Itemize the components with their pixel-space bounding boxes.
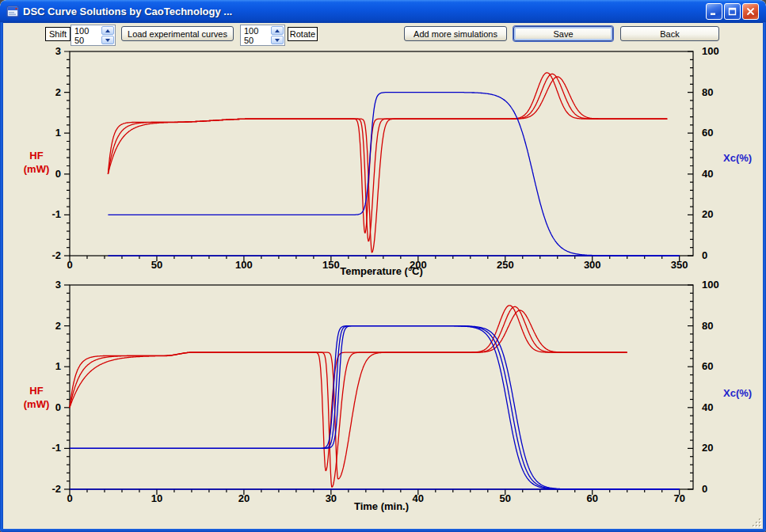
svg-text:3: 3 (55, 279, 61, 291)
shift-spinner-up-button[interactable] (101, 26, 114, 35)
rotate-spinner-up-button[interactable] (271, 26, 284, 35)
add-more-simulations-button[interactable]: Add more simulations (404, 26, 507, 41)
axis-ticks (64, 51, 693, 261)
svg-text:0: 0 (55, 168, 61, 180)
caption-buttons (706, 3, 759, 20)
app-icon (6, 6, 19, 18)
rotate-button-label: Rotate (290, 29, 315, 39)
svg-text:-2: -2 (51, 483, 61, 495)
axis-labels: 010203040506070-2-10123020406080100Time … (24, 279, 752, 512)
shift-amount-spinner: 100 50 (71, 25, 116, 46)
time-chart: 010203040506070-2-10123020406080100Time … (0, 279, 766, 529)
series-curves (70, 306, 680, 489)
save-button[interactable]: Save (513, 26, 613, 41)
minimize-button[interactable] (706, 3, 722, 20)
shift-spinner-values[interactable]: 100 50 (71, 25, 101, 45)
shift-spinner-value-bottom: 50 (74, 36, 101, 45)
rotate-amount-spinner: 100 50 (240, 25, 285, 46)
rotate-spinner-value-bottom: 50 (244, 36, 270, 45)
svg-text:HF: HF (29, 150, 43, 162)
svg-text:2: 2 (55, 320, 61, 332)
svg-text:HF: HF (29, 385, 43, 397)
svg-text:0: 0 (702, 249, 707, 261)
back-button-label: Back (660, 29, 679, 39)
svg-text:80: 80 (702, 320, 713, 332)
rotate-spinner-down-button[interactable] (271, 36, 284, 44)
load-experimental-curves-button[interactable]: Load experimental curves (121, 26, 234, 41)
arrow-down-icon (105, 39, 110, 42)
close-button[interactable] (742, 3, 759, 20)
shift-spinner-value-top: 100 (74, 26, 101, 36)
rotate-spinner-arrows (270, 25, 284, 45)
svg-text:40: 40 (702, 401, 713, 413)
svg-text:350: 350 (671, 259, 688, 271)
svg-text:40: 40 (413, 492, 424, 504)
svg-text:1: 1 (55, 127, 61, 139)
svg-text:20: 20 (702, 442, 713, 454)
svg-text:60: 60 (586, 492, 597, 504)
axis-ticks (64, 285, 693, 495)
maximize-icon (728, 7, 737, 16)
svg-text:70: 70 (673, 492, 684, 504)
shift-button[interactable]: Shift (45, 27, 71, 41)
svg-text:0: 0 (55, 401, 61, 413)
rotate-spinner-value-top: 100 (244, 26, 270, 36)
resize-grip[interactable] (751, 517, 761, 527)
back-button[interactable]: Back (620, 26, 719, 41)
svg-text:40: 40 (702, 168, 713, 180)
svg-text:100: 100 (235, 259, 253, 271)
svg-text:-2: -2 (51, 249, 61, 261)
arrow-up-icon (275, 29, 280, 32)
svg-text:(mW): (mW) (24, 163, 50, 175)
minimize-icon (710, 7, 718, 16)
svg-text:20: 20 (238, 492, 250, 504)
load-button-label: Load experimental curves (128, 29, 227, 39)
svg-text:(mW): (mW) (24, 398, 50, 410)
svg-text:150: 150 (322, 259, 340, 271)
plot-frame (70, 285, 693, 489)
window-border-bottom (0, 529, 766, 532)
svg-text:300: 300 (584, 259, 601, 271)
rotate-button[interactable]: Rotate (288, 27, 318, 41)
add-button-label: Add more simulations (413, 29, 497, 39)
close-icon (746, 7, 755, 16)
svg-text:100: 100 (702, 279, 719, 291)
shift-button-label: Shift (49, 29, 67, 39)
shift-spinner-arrows (101, 25, 115, 45)
arrow-up-icon (105, 29, 110, 32)
svg-text:3: 3 (55, 46, 61, 57)
svg-text:0: 0 (67, 492, 72, 504)
window-border-right (763, 22, 766, 532)
window-border-left (0, 22, 3, 532)
svg-text:60: 60 (702, 360, 713, 372)
svg-text:-1: -1 (51, 208, 61, 220)
app-window: DSC Curve Solutions by CaoTechnology ...… (0, 0, 766, 532)
window-title: DSC Curve Solutions by CaoTechnology ... (23, 6, 706, 17)
svg-text:-1: -1 (51, 442, 61, 454)
svg-text:10: 10 (151, 492, 162, 504)
svg-text:0: 0 (67, 259, 72, 271)
svg-text:20: 20 (702, 208, 713, 220)
title-bar: DSC Curve Solutions by CaoTechnology ... (0, 0, 766, 23)
svg-text:100: 100 (702, 46, 719, 57)
series-curves (108, 73, 679, 256)
svg-text:0: 0 (702, 483, 707, 495)
temperature-chart: 050100150200250300350-2-1012302040608010… (0, 46, 766, 283)
axis-labels: 050100150200250300350-2-1012302040608010… (24, 46, 752, 277)
svg-text:50: 50 (500, 492, 511, 504)
svg-text:Time (min.): Time (min.) (354, 500, 409, 512)
arrow-down-icon (275, 39, 280, 42)
svg-text:50: 50 (151, 259, 162, 271)
svg-text:250: 250 (497, 259, 514, 271)
rotate-spinner-values[interactable]: 100 50 (241, 25, 270, 45)
svg-text:Xc(%): Xc(%) (723, 387, 752, 399)
svg-text:Xc(%): Xc(%) (723, 152, 752, 164)
maximize-button[interactable] (724, 3, 741, 20)
svg-text:1: 1 (55, 360, 61, 372)
shift-spinner-down-button[interactable] (101, 36, 114, 44)
svg-text:80: 80 (702, 86, 713, 98)
svg-text:30: 30 (326, 492, 337, 504)
svg-text:Temperature (°C): Temperature (°C) (340, 265, 423, 277)
svg-text:60: 60 (702, 127, 713, 139)
svg-text:2: 2 (55, 86, 61, 98)
